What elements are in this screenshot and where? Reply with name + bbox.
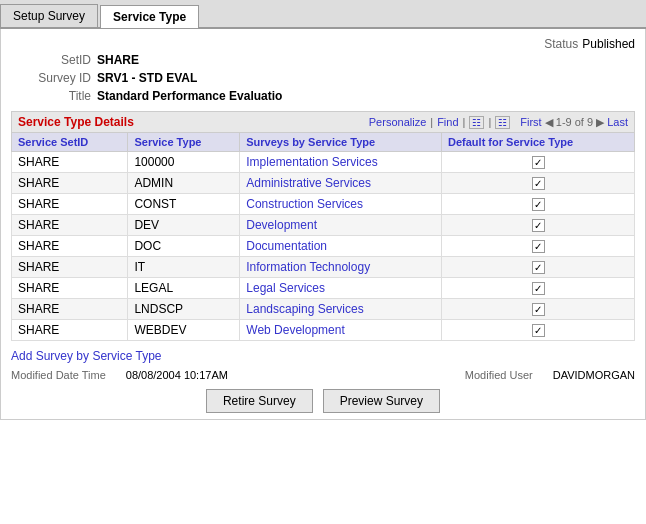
status-value: Published [582, 37, 635, 51]
cell-type: WEBDEV [128, 320, 240, 341]
col-header-setid: Service SetID [12, 133, 128, 152]
cell-setid: SHARE [12, 236, 128, 257]
section-actions: Personalize | Find | ☷ | ☷ [369, 116, 510, 129]
survey-link[interactable]: Construction Services [246, 197, 363, 211]
grid-icon[interactable]: ☷ [495, 116, 510, 129]
retire-survey-button[interactable]: Retire Survey [206, 389, 313, 413]
survey-link[interactable]: Web Development [246, 323, 345, 337]
default-checkbox[interactable]: ✓ [532, 156, 545, 169]
status-row: Status Published [11, 37, 635, 51]
survey-id-label: Survey ID [11, 71, 91, 85]
setid-value: SHARE [97, 53, 139, 67]
survey-link[interactable]: Landscaping Services [246, 302, 363, 316]
last-link[interactable]: Last [607, 116, 628, 128]
title-row: Title Standard Performance Evaluatio [11, 89, 635, 103]
survey-link[interactable]: Implementation Services [246, 155, 377, 169]
personalize-link[interactable]: Personalize [369, 116, 426, 128]
table-row: SHAREADMINAdministrative Services✓ [12, 173, 635, 194]
status-label: Status [544, 37, 578, 51]
cell-setid: SHARE [12, 152, 128, 173]
cell-type: CONST [128, 194, 240, 215]
tab-setup-survey[interactable]: Setup Survey [0, 4, 98, 27]
cell-type: LNDSCP [128, 299, 240, 320]
modified-date-label: Modified Date Time [11, 369, 106, 381]
default-checkbox[interactable]: ✓ [532, 324, 545, 337]
col-header-surveys: Surveys by Service Type [240, 133, 442, 152]
table-row: SHARELEGALLegal Services✓ [12, 278, 635, 299]
default-checkbox[interactable]: ✓ [532, 240, 545, 253]
col-header-type: Service Type [128, 133, 240, 152]
cell-setid: SHARE [12, 173, 128, 194]
table-row: SHARELNDSCPLandscaping Services✓ [12, 299, 635, 320]
cell-survey[interactable]: Implementation Services [240, 152, 442, 173]
tab-service-type[interactable]: Service Type [100, 5, 199, 28]
col-header-default: Default for Service Type [442, 133, 635, 152]
survey-link[interactable]: Development [246, 218, 317, 232]
table-row: SHAREITInformation Technology✓ [12, 257, 635, 278]
default-checkbox[interactable]: ✓ [532, 261, 545, 274]
title-label: Title [11, 89, 91, 103]
survey-link[interactable]: Documentation [246, 239, 327, 253]
cell-default: ✓ [442, 299, 635, 320]
cell-default: ✓ [442, 278, 635, 299]
cell-default: ✓ [442, 215, 635, 236]
survey-link[interactable]: Legal Services [246, 281, 325, 295]
cell-default: ✓ [442, 320, 635, 341]
cell-survey[interactable]: Administrative Services [240, 173, 442, 194]
content-area: Status Published SetID SHARE Survey ID S… [0, 29, 646, 420]
cell-default: ✓ [442, 194, 635, 215]
section-controls: Personalize | Find | ☷ | ☷ First ◀ 1-9 o… [369, 116, 628, 129]
cell-survey[interactable]: Development [240, 215, 442, 236]
cell-survey[interactable]: Information Technology [240, 257, 442, 278]
modified-date-value: 08/08/2004 10:17AM [126, 369, 228, 381]
survey-link[interactable]: Information Technology [246, 260, 370, 274]
cell-default: ✓ [442, 152, 635, 173]
find-link[interactable]: Find [437, 116, 458, 128]
cell-survey[interactable]: Legal Services [240, 278, 442, 299]
modified-user-label: Modified User [465, 369, 533, 381]
first-link[interactable]: First [520, 116, 541, 128]
preview-survey-button[interactable]: Preview Survey [323, 389, 440, 413]
setid-row: SetID SHARE [11, 53, 635, 67]
survey-link[interactable]: Administrative Services [246, 176, 371, 190]
section-header: Service Type Details Personalize | Find … [11, 111, 635, 132]
cell-type: DEV [128, 215, 240, 236]
survey-id-row: Survey ID SRV1 - STD EVAL [11, 71, 635, 85]
button-row: Retire Survey Preview Survey [11, 389, 635, 413]
title-value: Standard Performance Evaluatio [97, 89, 282, 103]
service-type-table: Service SetID Service Type Surveys by Se… [11, 132, 635, 341]
default-checkbox[interactable]: ✓ [532, 198, 545, 211]
table-row: SHARECONSTConstruction Services✓ [12, 194, 635, 215]
pagination: First ◀ 1-9 of 9 ▶ Last [520, 116, 628, 129]
cell-setid: SHARE [12, 257, 128, 278]
cell-default: ✓ [442, 173, 635, 194]
view-all-icon[interactable]: ☷ [469, 116, 484, 129]
modified-info: Modified Date Time 08/08/2004 10:17AM [11, 369, 228, 381]
survey-id-value: SRV1 - STD EVAL [97, 71, 197, 85]
default-checkbox[interactable]: ✓ [532, 219, 545, 232]
cell-setid: SHARE [12, 320, 128, 341]
cell-type: ADMIN [128, 173, 240, 194]
add-survey-link[interactable]: Add Survey by Service Type [11, 349, 162, 363]
cell-survey[interactable]: Documentation [240, 236, 442, 257]
cell-setid: SHARE [12, 215, 128, 236]
cell-type: IT [128, 257, 240, 278]
cell-survey[interactable]: Web Development [240, 320, 442, 341]
section-title: Service Type Details [18, 115, 134, 129]
footer-row: Modified Date Time 08/08/2004 10:17AM Mo… [11, 369, 635, 381]
table-row: SHAREDOCDocumentation✓ [12, 236, 635, 257]
add-survey-container: Add Survey by Service Type [11, 345, 635, 363]
table-row: SHARE100000Implementation Services✓ [12, 152, 635, 173]
cell-default: ✓ [442, 236, 635, 257]
cell-survey[interactable]: Construction Services [240, 194, 442, 215]
default-checkbox[interactable]: ✓ [532, 177, 545, 190]
cell-type: 100000 [128, 152, 240, 173]
cell-setid: SHARE [12, 299, 128, 320]
default-checkbox[interactable]: ✓ [532, 303, 545, 316]
cell-survey[interactable]: Landscaping Services [240, 299, 442, 320]
modified-user-info: Modified User DAVIDMORGAN [465, 369, 635, 381]
setid-label: SetID [11, 53, 91, 67]
default-checkbox[interactable]: ✓ [532, 282, 545, 295]
modified-user-value: DAVIDMORGAN [553, 369, 635, 381]
cell-default: ✓ [442, 257, 635, 278]
